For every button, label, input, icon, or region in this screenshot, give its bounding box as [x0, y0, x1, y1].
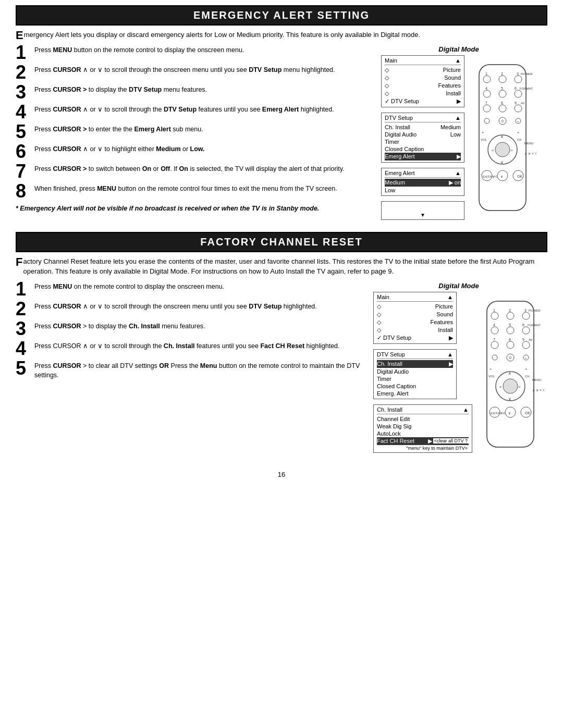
fstep-3: 3 Press CURSOR > to display the Ch. Inst…: [16, 322, 362, 338]
menu-item-sound: Sound: [385, 74, 461, 82]
svg-text:5: 5: [509, 323, 511, 327]
menu-item-medium: Medium▶ on: [385, 179, 461, 187]
fmenu-factch: Fact CH Reset ▶ <clear all DTV ?: [377, 437, 469, 445]
svg-text:AV: AV: [529, 338, 533, 341]
fmenu-sound: Sound: [377, 311, 453, 318]
digital-mode-label-2: Digital Mode: [438, 282, 479, 290]
factory-steps: 1 Press MENU on the remote control to di…: [16, 282, 362, 463]
menu-item-picture: Picture: [385, 66, 461, 74]
factory-section: FACTORY CHANNEL RESET Factory Channel Re…: [16, 232, 547, 463]
svg-text:CH: CH: [517, 138, 522, 141]
svg-text:>: >: [510, 148, 513, 153]
fstep-5: 5 Press CURSOR > to clear all DTV settin…: [16, 361, 362, 381]
emergency-steps: 1 Press MENU button on the remote contro…: [16, 45, 362, 227]
svg-point-19: [483, 105, 491, 112]
svg-point-60: [522, 327, 530, 334]
menu-item-install: Install: [385, 90, 461, 97]
emergency-header: EMERGENCY ALERT SETTING: [16, 5, 547, 26]
emergency-content: 1 Press MENU button on the remote contro…: [16, 45, 547, 227]
svg-text:∨: ∨: [508, 411, 511, 415]
menu-item-emerg: Emerg Alert▶: [385, 153, 461, 161]
svg-point-6: [499, 76, 506, 83]
svg-point-70: [492, 355, 497, 360]
svg-text:8: 8: [501, 101, 503, 105]
svg-text:EXIT/INFO: EXIT/INFO: [491, 412, 506, 415]
svg-text:MENU: MENU: [524, 142, 534, 145]
step-3: 3 Press CURSOR > to display the DTV Setu…: [16, 85, 362, 102]
fmenu-dtv: ✓ DTV Setup▶: [377, 334, 453, 342]
step-4: 4 Press CURSOR ∧ or ∨ to scroll through …: [16, 105, 362, 121]
menu-item-digaudio: Digital AudioLow: [385, 131, 461, 138]
factory-diagram-inner: Main ▲ Picture Sound Features Install ✓ …: [373, 292, 544, 463]
svg-text:1: 1: [493, 309, 495, 312]
svg-point-5: [483, 76, 491, 83]
emergency-section: EMERGENCY ALERT SETTING Emergency Alert …: [16, 5, 547, 227]
fmenu-chinst: Ch. Install▶: [377, 360, 453, 368]
svg-point-20: [499, 105, 506, 112]
svg-text:VOL: VOL: [481, 138, 487, 141]
menu-item-features: Features: [385, 82, 461, 90]
menu-item-timer: Timer: [385, 138, 461, 145]
svg-text:MENU: MENU: [532, 378, 542, 381]
svg-text:7: 7: [493, 338, 495, 341]
fmenu-picture: Picture: [377, 303, 453, 311]
fmenu-autolock: AutoLock: [377, 430, 469, 437]
svg-text:POWER: POWER: [529, 309, 541, 312]
svg-text:<: <: [492, 148, 494, 153]
svg-text:4: 4: [493, 323, 495, 327]
fmenu-cc: Closed Caption: [377, 382, 453, 390]
emergency-note: * Emergency Alert will not be visible if…: [16, 204, 362, 214]
svg-text:AV: AV: [521, 102, 525, 105]
svg-text:∧ ∨ < >: ∧ ∨ < >: [532, 388, 544, 392]
svg-text:0: 0: [509, 356, 511, 360]
fmenu-digaudio: Digital Audio: [377, 368, 453, 375]
digital-mode-label-1: Digital Mode: [438, 45, 479, 53]
svg-text:+: +: [525, 356, 527, 360]
svg-text:+: +: [489, 367, 492, 371]
menu-item-dtv: ✓ DTV Setup▶: [385, 97, 461, 105]
svg-text:>: >: [518, 385, 521, 389]
step-1: 1 Press MENU button on the remote contro…: [16, 45, 362, 62]
remote-control-2: 1 2 3 POWER 4 5 6 FORMAT 7: [476, 300, 544, 463]
menu-blank: ▼: [381, 201, 464, 220]
svg-text:OK: OK: [517, 175, 522, 178]
page-number: 16: [16, 471, 547, 478]
emergency-drop-cap: E: [16, 30, 23, 41]
menu-header: Main ▲: [385, 57, 461, 65]
fmenu-chinst-header: Ch. Install ▲: [377, 406, 469, 414]
fmenu-chinst-box: Ch. Install ▲ Channel Edit Weak Dig Sig …: [373, 404, 472, 453]
fmenu-features: Features: [377, 318, 453, 326]
svg-text:9: 9: [522, 338, 524, 341]
svg-point-66: [507, 341, 514, 349]
svg-text:∨: ∨: [500, 160, 504, 165]
svg-text:2: 2: [501, 72, 503, 76]
fmenu-weakdig: Weak Dig Sig: [377, 423, 469, 430]
step-7: 7 Press CURSOR > to switch between On or…: [16, 164, 362, 181]
svg-text:CH: CH: [525, 375, 530, 378]
svg-text:OK: OK: [525, 411, 530, 415]
svg-text:6: 6: [522, 323, 524, 327]
svg-text:5: 5: [501, 87, 503, 90]
fmenu-emerg: Emerg. Alert: [377, 390, 453, 397]
svg-text:4: 4: [485, 87, 487, 90]
remote-svg-2: 1 2 3 POWER 4 5 6 FORMAT 7: [476, 300, 544, 462]
svg-point-14: [515, 90, 522, 97]
fmenu-install: Install: [377, 326, 453, 334]
factory-intro: Factory Channel Reset feature lets you e…: [16, 256, 547, 277]
svg-text:∧: ∧: [508, 371, 511, 376]
step-8: 8 When finished, press MENU button on th…: [16, 184, 362, 201]
svg-text:FORMAT: FORMAT: [528, 324, 541, 327]
factory-diagram: Digital Mode Main ▲ Picture Sound Featur…: [370, 282, 547, 463]
fmenu-main: Main ▲ Picture Sound Features Install ✓ …: [373, 292, 457, 344]
menu-emerg-alert: Emerg Alert ▲ Medium▶ on Low: [381, 168, 464, 196]
step-6: 6 Press CURSOR ∧ or ∨ to highlight eithe…: [16, 144, 362, 161]
svg-point-33: [495, 142, 510, 157]
svg-point-51: [491, 312, 498, 319]
svg-text:2: 2: [509, 309, 511, 312]
svg-text:FORMAT: FORMAT: [520, 87, 533, 90]
svg-point-7: [515, 76, 522, 83]
factory-header: FACTORY CHANNEL RESET: [16, 232, 547, 252]
svg-text:7: 7: [485, 101, 487, 105]
svg-point-59: [507, 327, 514, 334]
svg-point-53: [522, 312, 530, 319]
